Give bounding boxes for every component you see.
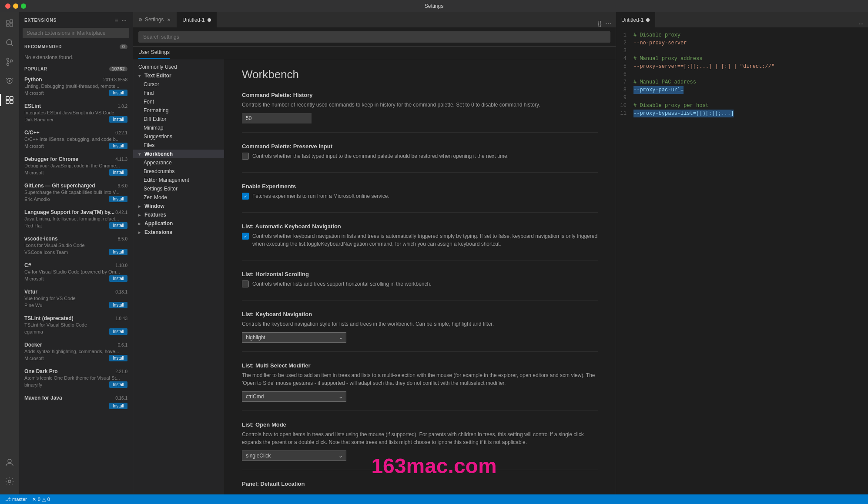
- install-button[interactable]: Install: [109, 169, 127, 176]
- checkbox-list-horizontal-scrolling[interactable]: [242, 280, 249, 287]
- list-item[interactable]: TSLint (deprecated) 1.0.43 TSLint for Vi…: [19, 312, 133, 338]
- ext-version: 0.22.1: [115, 130, 127, 135]
- settings-wrapper: User Settings Commonly Used▾Text EditorC…: [133, 28, 616, 494]
- ext-publisher: VSCode Icons Team: [24, 250, 68, 255]
- install-button[interactable]: Install: [109, 249, 127, 255]
- setting-select-list-open-mode[interactable]: singleClickdoubleClick: [242, 451, 346, 461]
- install-button[interactable]: Install: [109, 328, 127, 335]
- tree-item-window[interactable]: ▸Window: [133, 202, 224, 210]
- chevron-icon: ▸: [138, 213, 143, 217]
- minimize-button[interactable]: [13, 3, 18, 9]
- tree-item-find[interactable]: Find: [133, 89, 224, 97]
- tree-item-workbench[interactable]: ▾Workbench: [133, 150, 224, 158]
- install-button[interactable]: Install: [109, 143, 127, 149]
- checkbox-list-auto-keyboard[interactable]: ✓: [242, 233, 249, 240]
- activity-bottom: [0, 453, 19, 494]
- list-item[interactable]: ESLint 1.8.2 Integrates ESLint JavaScrip…: [19, 100, 133, 126]
- list-item[interactable]: Language Support for Java(TM) by... 0.42…: [19, 206, 133, 232]
- editor-more-button[interactable]: ···: [858, 20, 865, 27]
- tree-item-label: Commonly Used: [138, 64, 177, 70]
- install-button[interactable]: Install: [109, 222, 127, 229]
- line-code: --proxy-bypass-list=(|)[:][;...]: [633, 110, 734, 117]
- tree-item-label: Find: [144, 90, 154, 96]
- git-branch[interactable]: ⎇ master: [5, 497, 27, 502]
- tree-item-extensions[interactable]: ▸Extensions: [133, 228, 224, 237]
- checkbox-enable-experiments[interactable]: ✓: [242, 193, 249, 200]
- install-button[interactable]: Install: [109, 196, 127, 202]
- list-item[interactable]: vscode-icons 8.5.0 Icons for Visual Stud…: [19, 232, 133, 259]
- tree-item-features[interactable]: ▸Features: [133, 210, 224, 219]
- tree-item-formatting[interactable]: Formatting: [133, 106, 224, 115]
- setting-select-list-keyboard-navigation[interactable]: simplehighlightfilter: [242, 332, 346, 343]
- settings-search-input[interactable]: [138, 31, 610, 43]
- activity-explorer[interactable]: [0, 14, 19, 33]
- tree-item-appearance[interactable]: Appearance: [133, 158, 224, 167]
- window-title: Settings: [425, 3, 443, 9]
- install-button[interactable]: Install: [109, 275, 127, 282]
- popular-section-header: POPULAR 10762: [19, 64, 133, 73]
- install-button[interactable]: Install: [109, 381, 127, 388]
- install-button[interactable]: Install: [109, 403, 127, 409]
- maximize-button[interactable]: [21, 3, 26, 9]
- activity-git[interactable]: [0, 52, 19, 71]
- list-item[interactable]: GitLens — Git supercharged 9.6.0 Superch…: [19, 179, 133, 206]
- install-button[interactable]: Install: [109, 355, 127, 361]
- setting-select-list-multi-select-modifier[interactable]: ctrlCmdalt: [242, 391, 346, 402]
- svg-point-8: [10, 60, 13, 62]
- ext-version: 8.5.0: [118, 237, 127, 241]
- editor-tab-untitled[interactable]: Untitled-1: [616, 12, 655, 27]
- list-item[interactable]: Python 2019.3.6558 Linting, Debugging (m…: [19, 73, 133, 100]
- install-button[interactable]: Install: [109, 302, 127, 308]
- tree-item-breadcrumbs[interactable]: Breadcrumbs: [133, 167, 224, 176]
- list-item[interactable]: Debugger for Chrome 4.11.3 Debug your Ja…: [19, 153, 133, 179]
- editor-tab-modified: [646, 18, 650, 22]
- checkbox-command-palette-preserve-input[interactable]: [242, 153, 249, 160]
- table-row: 3: [616, 47, 868, 55]
- activity-settings[interactable]: [0, 472, 19, 491]
- svg-rect-16: [6, 100, 9, 103]
- tree-item-label: Features: [144, 212, 166, 218]
- setting-group-enable-experiments: Enable Experiments ✓ Fetches experiments…: [242, 183, 598, 213]
- tree-item-commonly-used[interactable]: Commonly Used: [133, 63, 224, 71]
- activity-extensions[interactable]: [0, 90, 19, 110]
- list-item[interactable]: C/C++ 0.22.1 C/C++ IntelliSense, debuggi…: [19, 126, 133, 153]
- list-item[interactable]: Maven for Java 0.16.1 Install: [19, 391, 133, 413]
- settings-tab-close[interactable]: ✕: [166, 17, 171, 23]
- settings-search-bar: [133, 28, 616, 47]
- tree-item-diff-editor[interactable]: Diff Editor: [133, 115, 224, 123]
- page-title: Workbench: [242, 68, 598, 81]
- tree-item-label: Editor Management: [144, 177, 189, 183]
- extensions-search-input[interactable]: [23, 28, 129, 38]
- activity-debug[interactable]: [0, 71, 19, 90]
- more-editor-button[interactable]: ⋯: [604, 20, 612, 27]
- svg-rect-14: [6, 97, 9, 100]
- activity-search[interactable]: [0, 33, 19, 52]
- list-item[interactable]: Docker 0.6.1 Adds syntax highlighting, c…: [19, 338, 133, 365]
- list-item[interactable]: One Dark Pro 2.21.0 Atom's iconic One Da…: [19, 365, 133, 391]
- ext-desc: C/C++ IntelliSense, debugging, and code …: [24, 137, 127, 142]
- list-item[interactable]: Vetur 0.18.1 Vue tooling for VS Code Pin…: [19, 285, 133, 312]
- tree-item-minimap[interactable]: Minimap: [133, 123, 224, 132]
- more-actions-button[interactable]: ···: [121, 16, 127, 24]
- tree-item-suggestions[interactable]: Suggestions: [133, 132, 224, 141]
- tree-item-cursor[interactable]: Cursor: [133, 80, 224, 89]
- tree-item-zen-mode[interactable]: Zen Mode: [133, 193, 224, 202]
- install-button[interactable]: Install: [109, 90, 127, 96]
- split-editor-button[interactable]: {}: [597, 20, 603, 27]
- tree-item-editor-management[interactable]: Editor Management: [133, 176, 224, 184]
- tree-item-settings-editor[interactable]: Settings Editor: [133, 184, 224, 193]
- activity-account[interactable]: [0, 453, 19, 472]
- table-row: 9: [616, 94, 868, 102]
- view-sort-button[interactable]: ≡: [114, 16, 119, 24]
- tree-item-font[interactable]: Font: [133, 97, 224, 106]
- tab-untitled[interactable]: Untitled-1: [177, 12, 216, 27]
- tab-settings[interactable]: ⚙ Settings ✕: [133, 12, 177, 27]
- close-button[interactable]: [5, 3, 10, 9]
- tree-item-application[interactable]: ▸Application: [133, 219, 224, 228]
- list-item[interactable]: C# 1.18.0 C# for Visual Studio Code (pow…: [19, 259, 133, 285]
- user-settings-tab[interactable]: User Settings: [138, 47, 170, 59]
- setting-input-command-palette-history[interactable]: [242, 113, 312, 123]
- install-button[interactable]: Install: [109, 116, 127, 123]
- tree-item-text-editor[interactable]: ▾Text Editor: [133, 71, 224, 80]
- tree-item-files[interactable]: Files: [133, 141, 224, 150]
